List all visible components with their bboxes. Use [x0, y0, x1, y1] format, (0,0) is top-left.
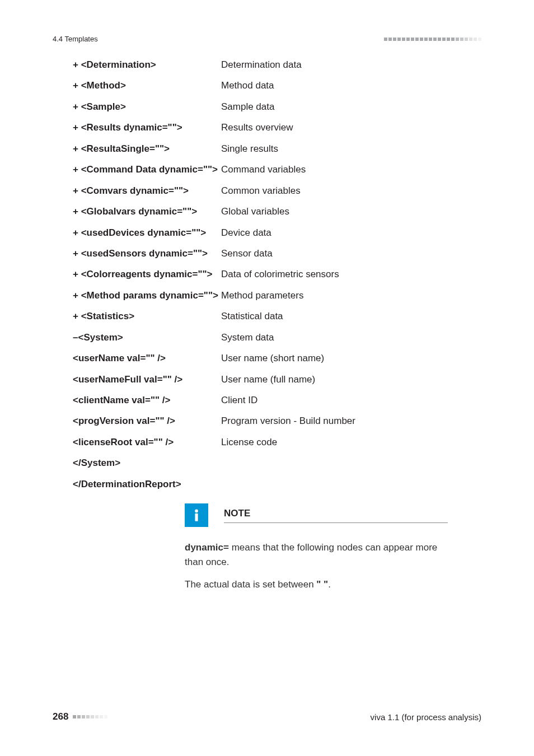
xml-tag: + <Command Data dynamic="">: [73, 164, 221, 176]
table-row: + <Method params dynamic="">Method param…: [73, 290, 481, 302]
main-content: + <Determination>Determination data+ <Me…: [73, 59, 481, 600]
xml-tag: –<System>: [73, 332, 221, 344]
xml-description: System data: [221, 332, 274, 344]
xml-description: Statistical data: [221, 310, 283, 323]
table-row: + <Method>Method data: [73, 80, 481, 92]
note-line-1: dynamic= means that the following nodes …: [185, 540, 448, 570]
note-bold-2: " ": [316, 579, 328, 590]
xml-tag: + <usedDevices dynamic="">: [73, 227, 221, 240]
xml-tag: <userNameFull val="" />: [73, 374, 221, 386]
footer-decoration: [73, 715, 107, 718]
xml-tag: + <usedSensors dynamic="">: [73, 248, 221, 260]
table-row: + <usedSensors dynamic="">Sensor data: [73, 248, 481, 260]
xml-description: Data of colorimetric sensors: [221, 268, 339, 281]
xml-tag: + <Statistics>: [73, 310, 221, 323]
xml-tag: + <Determination>: [73, 59, 221, 72]
section-label: 4.4 Templates: [53, 35, 98, 43]
page-number-block: 268: [53, 711, 107, 722]
note-line-2: The actual data is set between " ".: [185, 577, 448, 592]
xml-description: Program version - Build number: [221, 415, 355, 428]
xml-tag: + <Globalvars dynamic="">: [73, 206, 221, 218]
table-row: + <Results dynamic="">Results overview: [73, 122, 481, 134]
svg-point-0: [195, 509, 198, 512]
note-title: NOTE: [224, 508, 250, 519]
xml-description: Command variables: [221, 164, 306, 176]
table-row: + <Sample>Sample data: [73, 101, 481, 114]
table-row: + <Determination>Determination data: [73, 59, 481, 72]
xml-tag: <progVersion val="" />: [73, 415, 221, 428]
table-row: + <Statistics>Statistical data: [73, 310, 481, 323]
page-footer: 268 viva 1.1 (for process analysis): [53, 711, 481, 722]
svg-rect-1: [195, 513, 198, 521]
page-header: 4.4 Templates: [53, 35, 481, 43]
note-body: dynamic= means that the following nodes …: [185, 540, 448, 592]
xml-tag: + <ResultaSingle="">: [73, 143, 221, 156]
xml-description: Method data: [221, 80, 274, 92]
table-row: + <Comvars dynamic="">Common variables: [73, 185, 481, 198]
xml-tag: + <Colorreagents dynamic="">: [73, 268, 221, 281]
xml-description: Sensor data: [221, 248, 273, 260]
xml-description: Client ID: [221, 394, 257, 407]
xml-description: Method parameters: [221, 290, 303, 302]
header-decoration: [384, 38, 481, 41]
note-header: NOTE: [185, 503, 448, 527]
xml-tag: + <Comvars dynamic="">: [73, 185, 221, 198]
xml-description: Single results: [221, 143, 278, 156]
footer-text: viva 1.1 (for process analysis): [371, 712, 481, 722]
table-row: <userNameFull val="" />User name (full n…: [73, 374, 481, 386]
xml-tag: + <Sample>: [73, 101, 221, 114]
xml-description: User name (full name): [221, 374, 315, 386]
table-row: <clientName val="" />Client ID: [73, 394, 481, 407]
xml-description: Results overview: [221, 122, 293, 134]
table-row: <userName val="" />User name (short name…: [73, 352, 481, 365]
xml-description: Determination data: [221, 59, 302, 72]
xml-tag: <clientName val="" />: [73, 394, 221, 407]
xml-tag: + <Method>: [73, 80, 221, 92]
table-row: + <ResultaSingle="">Single results: [73, 143, 481, 156]
table-row: </DeterminationReport>: [73, 478, 481, 491]
xml-tag: <userName val="" />: [73, 352, 221, 365]
table-row: + <usedDevices dynamic="">Device data: [73, 227, 481, 240]
table-row: + <Globalvars dynamic="">Global variable…: [73, 206, 481, 218]
info-icon: [185, 503, 208, 527]
xml-description: License code: [221, 436, 277, 449]
xml-description: Sample data: [221, 101, 274, 114]
xml-description: Global variables: [221, 206, 289, 218]
page-number: 268: [53, 711, 68, 722]
xml-description: User name (short name): [221, 352, 324, 365]
xml-description: Device data: [221, 227, 271, 240]
xml-description: Common variables: [221, 185, 301, 198]
table-row: </System>: [73, 457, 481, 470]
note-text-2b: .: [328, 579, 331, 590]
table-row: –<System>System data: [73, 332, 481, 344]
xml-tag: <licenseRoot val="" />: [73, 436, 221, 449]
xml-tag: </System>: [73, 457, 221, 470]
xml-tag: + <Method params dynamic="">: [73, 290, 221, 302]
note-block: NOTE dynamic= means that the following n…: [185, 503, 448, 592]
xml-tag: + <Results dynamic="">: [73, 122, 221, 134]
xml-tag: </DeterminationReport>: [73, 478, 221, 491]
table-row: <licenseRoot val="" />License code: [73, 436, 481, 449]
table-row: + <Command Data dynamic="">Command varia…: [73, 164, 481, 176]
note-title-wrap: NOTE: [224, 507, 448, 523]
table-row: <progVersion val="" />Program version - …: [73, 415, 481, 428]
table-row: + <Colorreagents dynamic="">Data of colo…: [73, 268, 481, 281]
note-text-2a: The actual data is set between: [185, 579, 316, 590]
note-bold-1: dynamic=: [185, 542, 229, 553]
